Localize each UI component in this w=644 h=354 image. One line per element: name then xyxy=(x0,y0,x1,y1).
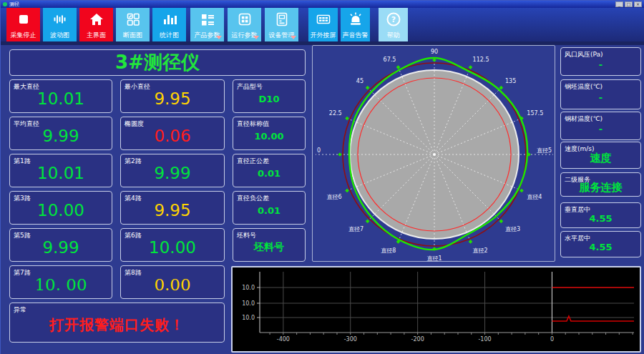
right-panel-label: 速度(m/s) xyxy=(565,144,595,154)
toolbar-button-label: 主界面 xyxy=(87,31,106,39)
metric-cell: 直径正公差0.01 xyxy=(233,154,306,187)
metric-cell: 第3路10.00 xyxy=(9,191,112,225)
metric-label: 直径标称值 xyxy=(237,119,269,129)
metric-label: 第7路 xyxy=(14,268,31,277)
polar-spoke-label: 直径2 xyxy=(473,247,488,254)
metric-label: 第6路 xyxy=(125,231,142,240)
toolbar-button-barchart[interactable]: 统计图 xyxy=(152,8,186,41)
window-title: 测径 xyxy=(9,1,19,8)
metric-label: 直径负公差 xyxy=(237,194,269,203)
dropdown-arrow-icon[interactable] xyxy=(291,36,296,39)
metric-cell: 第6路10.00 xyxy=(120,228,225,262)
polar-spoke-label: 直径4 xyxy=(527,194,542,200)
toolbar-button-stop[interactable]: 采集停止 xyxy=(6,8,40,41)
metric-cell: 第4路9.95 xyxy=(120,191,225,225)
right-panel-box: 水平居中4.55 xyxy=(560,231,641,257)
polar-spoke-label: 直径3 xyxy=(505,226,520,232)
app-window: 测径 _ □ × 采集停止波动图主界面断面图统计图产品参数运行参数设备管理开外接… xyxy=(0,0,644,354)
maximize-button[interactable]: □ xyxy=(625,1,633,7)
toolbar-button-alarm[interactable]: 声音告警 xyxy=(341,8,370,41)
metric-label: 第4路 xyxy=(125,194,142,203)
window-controls: _ □ × xyxy=(615,1,642,7)
trend-chart: 10.010.010.0-400-300-200-1000 xyxy=(233,267,640,351)
metric-label: 坯料号 xyxy=(237,231,256,240)
right-panel-box: 速度(m/s)速度 xyxy=(560,142,641,169)
metric-cell: 坯料号坯料号 xyxy=(233,228,306,262)
section-icon xyxy=(125,11,141,30)
close-button[interactable]: × xyxy=(634,1,642,7)
dropdown-arrow-icon[interactable] xyxy=(216,36,222,39)
trend-x-tick-label: -300 xyxy=(344,336,357,343)
page-title: 3#测径仪 xyxy=(9,49,306,76)
right-panel-label: 钢材温度(℃) xyxy=(565,114,602,124)
metric-cell: 第8路0.00 xyxy=(120,265,225,299)
right-panel-box: 风口风压(Pa)- xyxy=(560,47,641,76)
barchart-icon xyxy=(161,11,177,30)
dropdown-arrow-icon[interactable] xyxy=(253,36,259,39)
trend-x-tick-label: -400 xyxy=(277,336,290,343)
metric-cell: 椭圆度0.06 xyxy=(120,117,225,150)
toolbar-button-label: 声音告警 xyxy=(343,31,369,39)
spoke-marker xyxy=(499,86,504,90)
titlebar: 测径 _ □ × xyxy=(1,1,644,8)
toolbar-button-section[interactable]: 断面图 xyxy=(116,8,150,41)
right-panel-label: 钢坯温度(℃) xyxy=(565,82,602,92)
polar-spoke-label: 67.5 xyxy=(384,56,396,63)
metric-cell: 第7路10. 00 xyxy=(9,265,112,299)
toolbar-button-waveform[interactable]: 波动图 xyxy=(43,8,77,41)
run-params-icon xyxy=(236,11,253,30)
help-icon: ? xyxy=(385,11,401,30)
spoke-marker xyxy=(366,220,370,224)
toolbar-button-help[interactable]: ?帮助 xyxy=(379,8,408,41)
metric-cell: 最大直径10.01 xyxy=(9,79,112,113)
polar-spoke-label: 45 xyxy=(356,78,364,84)
metric-label: 产品型号 xyxy=(237,82,263,92)
right-panel: 风口风压(Pa)-钢坯温度(℃)-钢材温度(℃)-速度(m/s)速度二级服务服务… xyxy=(560,47,641,257)
spoke-marker xyxy=(366,86,370,90)
home-icon xyxy=(88,11,104,30)
stop-icon xyxy=(15,11,31,30)
metric-label: 第2路 xyxy=(125,157,142,166)
metric-label: 直径正公差 xyxy=(237,157,269,166)
toolbar: 采集停止波动图主界面断面图统计图产品参数运行参数设备管理开外接屏声音告警?帮助 xyxy=(1,8,644,41)
metric-cell: 直径标称值10.00 xyxy=(233,117,306,150)
app-icon xyxy=(3,2,7,6)
polar-spoke-label: 直径6 xyxy=(327,194,342,200)
polar-spoke-label: 135 xyxy=(505,78,516,84)
main-area: 3#测径仪 最大直径10.01最小直径9.95产品型号D10平均直径9.99椭圆… xyxy=(1,45,644,354)
toolbar-button-product-params[interactable]: 产品参数 xyxy=(190,8,224,41)
spoke-marker xyxy=(519,189,524,193)
polar-spoke-label: 0 xyxy=(317,147,321,154)
alarm-message: 打开报警端口失败！ xyxy=(10,303,224,342)
trend-chart-panel: 10.010.010.0-400-300-200-1000 xyxy=(231,266,641,353)
toolbar-button-run-params[interactable]: 运行参数 xyxy=(228,8,261,41)
polar-profile-chart: 022.54567.590112.5135157.5直径5直径4直径3直径2直径… xyxy=(313,46,555,261)
spoke-marker xyxy=(396,65,401,69)
device-icon xyxy=(273,11,290,30)
toolbar-button-monitor[interactable]: 开外接屏 xyxy=(308,8,338,41)
trend-x-tick-label: -100 xyxy=(478,336,491,343)
right-panel-box: 垂直居中4.55 xyxy=(560,202,641,228)
toolbar-button-home[interactable]: 主界面 xyxy=(79,8,113,41)
alarm-box: 异常打开报警端口失败！ xyxy=(9,303,225,343)
trend-x-tick-label: -200 xyxy=(411,336,424,343)
waveform-icon xyxy=(52,11,68,30)
metric-label: 第3路 xyxy=(14,194,31,203)
alarm-icon xyxy=(347,11,364,30)
toolbar-button-label: 帮助 xyxy=(387,31,400,39)
right-panel-box: 钢材温度(℃)- xyxy=(560,112,641,140)
metric-label: 异常 xyxy=(14,305,26,315)
product-params-icon xyxy=(199,11,215,30)
right-panel-box: 二级服务服务连接 xyxy=(560,172,641,197)
metric-cell: 最小直径9.95 xyxy=(120,79,225,113)
toolbar-button-device[interactable]: 设备管理 xyxy=(265,8,298,41)
spoke-marker xyxy=(338,152,342,157)
polar-spoke-label: 22.5 xyxy=(329,110,342,117)
metric-label: 第5路 xyxy=(14,231,31,240)
polar-spoke-label: 直径7 xyxy=(348,226,364,232)
polar-spoke-label: 直径5 xyxy=(537,147,552,154)
spoke-marker xyxy=(469,240,473,244)
metric-cell: 直径负公差0.01 xyxy=(233,191,306,225)
right-panel-label: 二级服务 xyxy=(565,175,590,185)
minimize-button[interactable]: _ xyxy=(615,1,623,7)
